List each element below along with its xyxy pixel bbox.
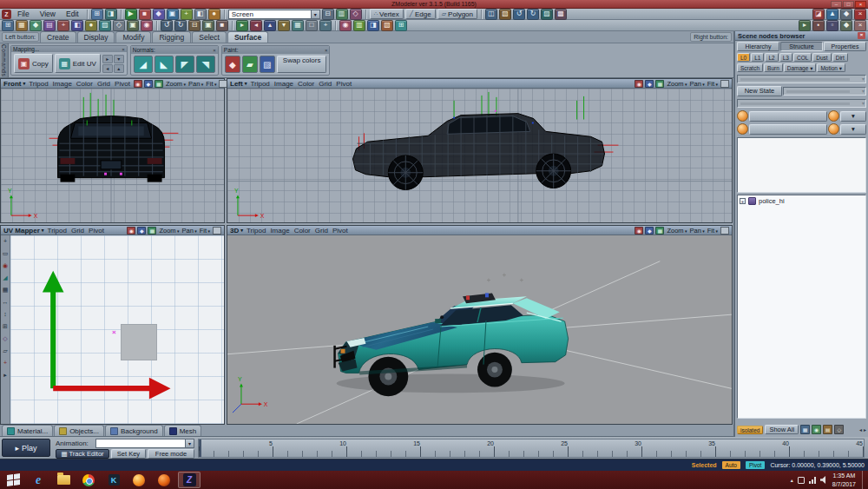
maximize-button[interactable]: □ (843, 1, 854, 8)
toolbar-icon[interactable]: + (181, 9, 193, 20)
toolbar-icon[interactable]: ▣ (127, 20, 139, 31)
toolbar-icon[interactable]: ▾ (278, 20, 290, 31)
toolbar-icon[interactable]: ↺ (161, 20, 173, 31)
uv-tool-icon[interactable]: ▭ (3, 250, 9, 256)
toolbar-icon[interactable]: ◫ (485, 9, 497, 20)
mapping-tool-icon[interactable]: ▾ (114, 55, 124, 63)
toolbar-icon[interactable]: ◨ (105, 9, 117, 20)
lod-state-button[interactable]: L2 (765, 53, 778, 62)
tab-background[interactable]: Background (105, 425, 163, 436)
viewport-menu-item[interactable]: Pivot (332, 227, 348, 235)
close-icon[interactable]: × (122, 47, 125, 52)
pan-control[interactable]: Pan (689, 227, 704, 235)
mapping-tool-icon[interactable]: ◂ (102, 64, 113, 73)
toolbar-icon[interactable]: ▦ (16, 20, 28, 31)
tab-rigging[interactable]: Rigging (152, 31, 191, 43)
viewport-tool-icon[interactable]: ◆ (144, 80, 153, 88)
damage-state-button[interactable]: Damage ▾ (784, 63, 817, 72)
viewport-left-title[interactable]: Left (230, 80, 247, 88)
menu-edit[interactable]: Edit (62, 10, 83, 18)
swap-colors-button[interactable]: Swap colors (277, 56, 327, 73)
tab-structure[interactable]: Structure (780, 42, 823, 51)
viewport-3d-canvas[interactable]: Y X (227, 235, 732, 424)
uv-tool-icon[interactable]: + (3, 360, 7, 366)
toolbar-icon[interactable]: ▣ (167, 9, 179, 20)
pan-control[interactable]: Pan (181, 227, 196, 235)
tab-mesh[interactable]: Mesh (164, 425, 202, 436)
fit-control[interactable]: Fit (707, 227, 718, 235)
toolbar-icon[interactable]: ⊞ (2, 20, 14, 31)
viewport-menu-item[interactable]: Grid (71, 227, 84, 235)
uv-tool-icon[interactable]: ↕ (3, 311, 7, 317)
options-icon[interactable]: ◇ (834, 425, 844, 434)
toolbar-icon[interactable]: ◧ (194, 9, 207, 20)
track-editor-button[interactable]: ▦ Track Editor (56, 449, 109, 459)
normals-tool-icon[interactable]: ◥ (196, 56, 215, 73)
viewport-menu-item[interactable]: Grid (315, 227, 328, 235)
show-all-button[interactable]: Show All (765, 425, 799, 434)
toolbar-icon[interactable]: + (57, 20, 69, 31)
maximize-viewport-icon[interactable] (213, 227, 221, 235)
scroll-left-icon[interactable]: ◂ (859, 426, 862, 433)
close-icon[interactable]: × (858, 32, 865, 39)
toolbar-icon[interactable]: ◇ (350, 9, 362, 20)
toolbar-icon[interactable]: ▨ (541, 9, 553, 20)
toolbar-icon[interactable]: ▤ (43, 20, 56, 31)
toolbar-icon[interactable]: ▦ (292, 20, 304, 31)
viewport-tool-icon[interactable]: ◉ (134, 80, 142, 88)
toolbar-icon[interactable]: ◆ (840, 20, 852, 31)
zoom-control[interactable]: Zoom (667, 227, 687, 235)
tab-surface[interactable]: Surface (227, 31, 268, 43)
toolbar-icon[interactable]: × (854, 9, 866, 20)
tab-create[interactable]: Create (40, 31, 76, 43)
taskbar-ie[interactable]: e (27, 472, 49, 488)
toolbar-icon[interactable]: ▨ (99, 20, 111, 31)
toolbar-icon[interactable]: ▣ (202, 20, 214, 31)
auto-toggle[interactable]: Auto (722, 461, 740, 469)
damage-state-button[interactable]: Burn (764, 63, 783, 72)
animation-dropdown[interactable]: ▾ (95, 439, 194, 448)
viewport-tool-icon[interactable]: ◉ (635, 80, 643, 88)
action-center-icon[interactable] (798, 477, 805, 484)
toolbar-icon[interactable]: ■ (139, 9, 151, 20)
tab-material[interactable]: Material... (2, 425, 53, 436)
toolbar-icon[interactable]: ▩ (555, 9, 567, 20)
tab-select[interactable]: Select (192, 31, 227, 43)
viewport-menu-item[interactable]: Image (274, 80, 293, 88)
zoom-control[interactable]: Zoom (159, 227, 179, 235)
toolbar-icon[interactable]: □ (306, 20, 318, 31)
viewport-menu-item[interactable]: Image (270, 227, 289, 235)
toolbar-icon[interactable]: ◆ (30, 20, 42, 31)
normals-tool-icon[interactable]: ◤ (175, 56, 194, 73)
taskbar-chrome[interactable] (77, 472, 100, 488)
toolbar-icon[interactable]: ↻ (527, 9, 539, 20)
maximize-viewport-icon[interactable] (720, 227, 729, 235)
toolbar-icon[interactable]: ◪ (812, 9, 825, 20)
network-icon[interactable] (809, 477, 816, 484)
state-options-dropdown[interactable]: ▾ (840, 111, 866, 122)
toolbar-icon[interactable]: ⊟ (322, 9, 334, 20)
mapping-tool-icon[interactable]: ▸ (102, 55, 113, 63)
pan-control[interactable]: Pan (188, 80, 203, 88)
viewport-front-canvas[interactable]: Y X (1, 89, 224, 222)
paint-tool-icon[interactable]: ▨ (260, 56, 275, 73)
show-desktop-button[interactable] (862, 471, 866, 489)
viewport-menu-item[interactable]: Image (53, 80, 72, 88)
toolbar-icon[interactable]: ▪ (812, 20, 825, 31)
toolbar-icon[interactable]: ◧ (71, 20, 83, 31)
isolated-toggle[interactable]: isolated (737, 426, 763, 434)
uv-tool-icon[interactable]: ▦ (3, 287, 9, 293)
minimize-button[interactable]: – (831, 1, 842, 8)
vertex-mode-toggle[interactable]: ∴ Vertex (370, 9, 404, 19)
pivot-toggle[interactable]: Pivot (746, 461, 765, 469)
uv-tool-icon[interactable]: ↔ (3, 299, 9, 305)
viewport-tool-icon[interactable]: ▦ (148, 227, 156, 235)
close-icon[interactable]: × (213, 48, 216, 53)
uv-tool-icon[interactable]: ◉ (3, 262, 8, 268)
viewport-menu-item[interactable]: Tripod (48, 227, 67, 235)
hidden-icons-icon[interactable]: ▴ (791, 477, 793, 483)
sort-icon[interactable]: ▤ (823, 425, 832, 434)
toolbar-icon[interactable]: × (854, 20, 866, 31)
volume-icon[interactable] (820, 476, 828, 484)
toolbar-icon[interactable]: ⊞ (91, 9, 103, 20)
